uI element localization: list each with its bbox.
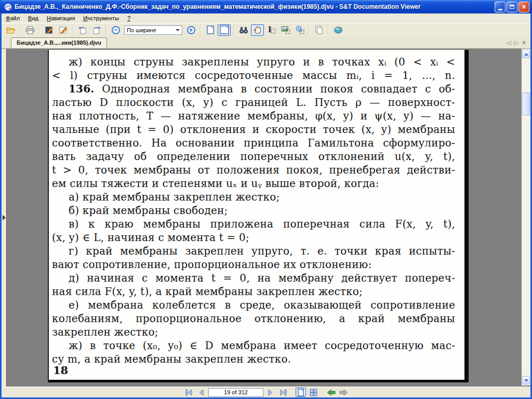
menu-file[interactable]: Файл: [2, 14, 24, 22]
zoom-in-button[interactable]: +: [184, 24, 197, 36]
open-button[interactable]: [4, 24, 17, 36]
multi-page-view-icon: [310, 389, 317, 396]
light-page-pen-icon: [59, 26, 68, 34]
zoom-out-button[interactable]: −: [109, 24, 122, 36]
app-icon: [4, 3, 12, 11]
text-line: 136. Однородная мембрана в состоянии пок…: [52, 82, 455, 96]
next-page-button[interactable]: [265, 388, 276, 397]
zoom-in-icon: +: [187, 26, 195, 34]
restore-icon: [510, 5, 514, 9]
toolbar-separator: [200, 25, 201, 35]
previous-page-icon: [198, 389, 204, 396]
title-bar[interactable]: Бицадзе_А.В.,_Калиниченко_Д.Ф.-Сборник_з…: [0, 0, 532, 14]
menu-view[interactable]: Вид: [24, 14, 43, 22]
menu-tools[interactable]: Инструменты: [79, 14, 123, 22]
tab-label: Бицадзе_А.В.,...ики(1985).djvu: [17, 39, 101, 46]
dark-page-pen-button[interactable]: [43, 24, 56, 36]
search-binoculars-icon: [239, 26, 248, 34]
export-button[interactable]: [331, 24, 344, 36]
first-page-button[interactable]: [183, 388, 194, 397]
text-line: е) мембрана колеблется в среде, оказываю…: [52, 298, 455, 312]
tab-close-button[interactable]: ✕: [522, 39, 526, 46]
minimize-button[interactable]: [495, 2, 506, 12]
tab-scroll-right-button[interactable]: ▷: [514, 39, 518, 46]
scrollbar-thumb[interactable]: [522, 92, 530, 115]
document-area: ж) концы струны закреплены упруго и в то…: [2, 49, 530, 387]
problem-number: 136.: [69, 83, 95, 95]
text-select-tool-button[interactable]: I: [265, 24, 278, 36]
back-arrow-icon: [327, 389, 336, 396]
menu-help[interactable]: ?: [123, 14, 135, 22]
fit-page-icon: [206, 25, 215, 34]
copy-button[interactable]: [312, 24, 325, 36]
text-line: ж) концы струны закреплены упруго и в то…: [52, 55, 455, 69]
scroll-up-button[interactable]: [522, 50, 530, 58]
scroll-down-button[interactable]: [522, 376, 530, 384]
text-line: ластью D плоскости (x, y) с границей L. …: [52, 96, 455, 109]
history-back-button[interactable]: [326, 388, 336, 397]
tab-scroll-left-button[interactable]: ◁: [507, 39, 511, 46]
vertical-scrollbar[interactable]: [522, 49, 530, 385]
history-forward-button[interactable]: [338, 388, 349, 397]
print-button[interactable]: [23, 24, 36, 36]
text-line: ная плотность, T — натяжение мембраны, φ…: [52, 109, 455, 123]
light-page-pen-button[interactable]: [57, 24, 70, 36]
text-line: t > 0, точек мембраны от положения покоя…: [52, 163, 455, 177]
zoom-level-value: По ширине: [125, 27, 176, 33]
page-number-input[interactable]: [208, 388, 263, 397]
sidebar-splitter[interactable]: [2, 49, 7, 387]
zoom-level-select[interactable]: По ширине: [124, 25, 182, 35]
restore-button[interactable]: [507, 2, 517, 12]
multi-page-view-button[interactable]: [308, 388, 318, 397]
rotate-left-button[interactable]: [76, 24, 89, 36]
toolbar-separator: [39, 25, 40, 35]
hand-tool-button[interactable]: [251, 24, 264, 36]
text-line: соответственно. На основании принципа Га…: [52, 136, 455, 150]
print-icon: [25, 26, 35, 34]
text-line: колебаниям, пропорциональное отклонению,…: [52, 312, 455, 325]
single-page-view-icon: [297, 389, 304, 396]
text-line: чальные (при t = 0) отклонения и скорост…: [52, 123, 455, 136]
zoom-out-icon: −: [112, 26, 120, 34]
chevron-down-icon: [176, 29, 180, 31]
toolbar-separator: [309, 25, 310, 35]
toolbar-separator: [233, 25, 234, 35]
rotate-left-icon: [78, 26, 87, 34]
search-button[interactable]: [237, 24, 250, 36]
text-line: < l) струны имеются сосредоточенные масс…: [52, 69, 455, 82]
text-line: вают сопротивление, пропорциональное их …: [52, 258, 455, 271]
text-select-icon: I: [267, 25, 276, 34]
arrow-up-icon: [524, 53, 528, 56]
text-line: ная сила F(x, y, t), а край мембраны зак…: [52, 285, 455, 298]
close-button[interactable]: ×: [518, 2, 529, 12]
document-page[interactable]: ж) концы струны закреплены упруго и в то…: [48, 50, 469, 382]
tab-active[interactable]: Бицадзе_А.В.,...ики(1985).djvu: [11, 37, 107, 48]
rotate-right-button[interactable]: [90, 24, 103, 36]
tab-bar: Бицадзе_А.В.,...ики(1985).djvu ◁ ▷ ✕: [2, 36, 530, 49]
menu-bar: Файл Вид Навигация Инструменты ?: [2, 14, 530, 23]
menu-navigation[interactable]: Навигация: [43, 14, 79, 22]
text-line: ж) в точке (x₀, y₀) ∈ D мембрана имеет с…: [52, 339, 455, 352]
last-page-button[interactable]: [278, 388, 288, 397]
app-window: Бицадзе_А.В.,_Калиниченко_Д.Ф.-Сборник_з…: [0, 0, 532, 399]
single-page-view-button[interactable]: [296, 388, 306, 397]
zoom-region-tool-button[interactable]: [293, 24, 306, 36]
fit-page-button[interactable]: [204, 24, 217, 36]
fit-width-icon: [220, 25, 229, 34]
text-line: а) край мембраны закреплен жестко;: [52, 190, 455, 204]
toolbar-separator: [105, 25, 107, 35]
window-title: Бицадзе_А.В.,_Калиниченко_Д.Ф.-Сборник_з…: [15, 3, 495, 10]
open-folder-icon: [6, 26, 16, 34]
last-page-icon: [280, 389, 287, 396]
next-page-icon: [268, 389, 274, 396]
text-line: б) край мембраны свободен;: [52, 204, 455, 217]
text-line: ем силы тяжести и степенями uₓ и uᵧ выше…: [52, 177, 455, 190]
page-text: ж) концы струны закреплены упруго и в то…: [49, 50, 464, 366]
image-select-tool-button[interactable]: [279, 24, 292, 36]
text-line: вать задачу об определении поперечных от…: [52, 150, 455, 163]
text-line: д) начиная с момента t = 0, на мембрану …: [52, 271, 455, 285]
text-line: су m, а край мембраны закреплен жестко.: [52, 352, 455, 366]
arrow-down-icon: [524, 379, 528, 382]
previous-page-button[interactable]: [196, 388, 206, 397]
fit-width-button[interactable]: [218, 24, 231, 36]
